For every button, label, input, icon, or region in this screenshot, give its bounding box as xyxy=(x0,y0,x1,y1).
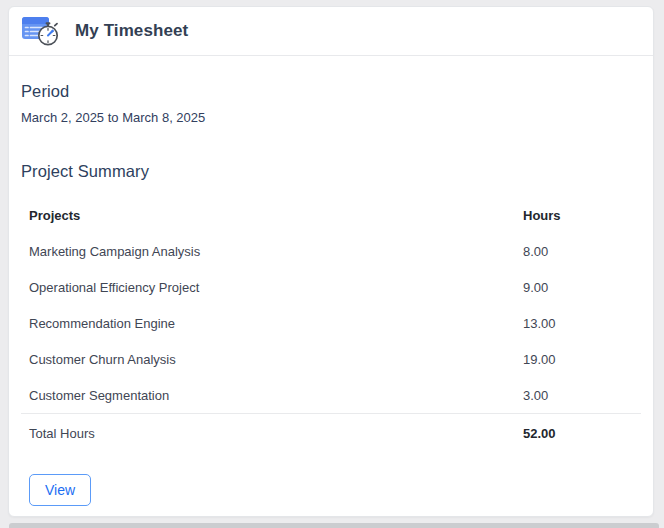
hours-cell: 13.00 xyxy=(515,305,641,341)
project-name-cell: Recommendation Engine xyxy=(21,305,515,341)
total-label: Total Hours xyxy=(21,414,515,453)
page-title: My Timesheet xyxy=(75,21,188,41)
table-row: Operational Efficiency Project9.00 xyxy=(21,269,641,305)
table-row: Customer Segmentation3.00 xyxy=(21,377,641,414)
table-row: Customer Churn Analysis19.00 xyxy=(21,341,641,377)
hours-column-header: Hours xyxy=(515,197,641,233)
projects-column-header: Projects xyxy=(21,197,515,233)
timesheet-card: My Timesheet Period March 2, 2025 to Mar… xyxy=(8,6,654,517)
period-heading: Period xyxy=(21,82,641,101)
project-name-cell: Operational Efficiency Project xyxy=(21,269,515,305)
table-row: Recommendation Engine13.00 xyxy=(21,305,641,341)
project-name-cell: Customer Segmentation xyxy=(21,377,515,414)
hours-cell: 9.00 xyxy=(515,269,641,305)
card-header: My Timesheet xyxy=(9,7,653,56)
table-header-row: Projects Hours xyxy=(21,197,641,233)
total-row: Total Hours 52.00 xyxy=(21,414,641,453)
project-summary-table: Projects Hours Marketing Campaign Analys… xyxy=(21,197,641,452)
hours-cell: 8.00 xyxy=(515,233,641,269)
project-name-cell: Customer Churn Analysis xyxy=(21,341,515,377)
card-body: Period March 2, 2025 to March 8, 2025 Pr… xyxy=(9,56,653,520)
next-card-top-edge xyxy=(9,523,659,528)
hours-cell: 19.00 xyxy=(515,341,641,377)
project-name-cell: Marketing Campaign Analysis xyxy=(21,233,515,269)
period-value: March 2, 2025 to March 8, 2025 xyxy=(21,110,641,125)
timesheet-stopwatch-icon xyxy=(21,14,61,52)
hours-cell: 3.00 xyxy=(515,377,641,414)
table-row: Marketing Campaign Analysis8.00 xyxy=(21,233,641,269)
project-summary-heading: Project Summary xyxy=(21,162,641,181)
total-hours-value: 52.00 xyxy=(515,414,641,453)
view-button[interactable]: View xyxy=(29,474,91,506)
